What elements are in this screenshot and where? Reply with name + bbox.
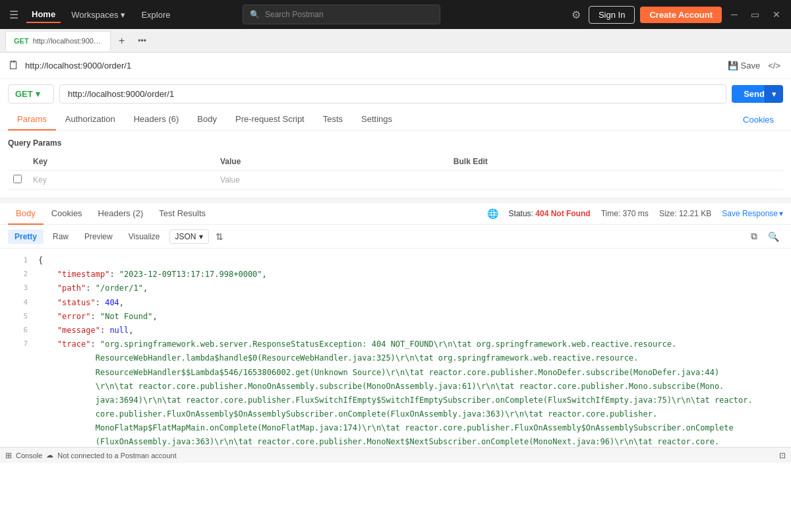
tab-pre-request[interactable]: Pre-request Script — [226, 109, 314, 131]
nav-home[interactable]: Home — [26, 7, 61, 23]
key-cell[interactable]: Key — [28, 171, 215, 190]
format-label: JSON — [175, 232, 196, 241]
not-connected-text: Not connected to a Postman account — [57, 452, 176, 459]
console-label[interactable]: Console — [16, 452, 42, 459]
json-line-7: 7 "trace" : "org.springframework.web.ser… — [0, 338, 791, 351]
status-badge: Status: 404 Not Found — [509, 209, 591, 218]
search-response-button[interactable]: 🔍 — [764, 229, 783, 244]
json-line-7-cont5: core.publisher.FluxOnAssembly$OnAssembly… — [0, 407, 791, 421]
minimize-icon[interactable]: ─ — [727, 7, 742, 22]
json-line-3: 3 "path" : "/order/1" , — [0, 281, 791, 295]
row-actions — [448, 171, 783, 190]
save-icon: 💾 — [728, 61, 738, 71]
table-row: Key Value — [8, 171, 783, 190]
request-icon: 🗒 — [8, 59, 20, 73]
row-checkbox[interactable] — [8, 171, 28, 190]
tab-cookies-link[interactable]: Cookies — [734, 109, 783, 130]
top-navigation: ☰ Home Workspaces ▾ Explore 🔍 Search Pos… — [0, 0, 791, 29]
request-url-display: http://localhost:9000/order/1 — [25, 61, 722, 71]
resp-tab-cookies[interactable]: Cookies — [44, 203, 90, 225]
params-title: Query Params — [8, 138, 783, 148]
tab-url: http://localhost:9000/order/1 — [33, 37, 102, 45]
tab-params[interactable]: Params — [8, 109, 56, 131]
close-icon[interactable]: ✕ — [769, 7, 784, 22]
nav-right-actions: ⚙ Sign In Create Account ─ ▭ ✕ — [569, 6, 784, 24]
create-account-button[interactable]: Create Account — [640, 7, 722, 23]
resp-tab-test-results[interactable]: Test Results — [151, 203, 214, 225]
bulk-edit-button[interactable]: Bulk Edit — [454, 157, 488, 166]
save-response-button[interactable]: Save Response ▾ — [722, 209, 783, 218]
chevron-down-icon: ▾ — [779, 209, 783, 218]
method-selector[interactable]: GET ▾ — [8, 84, 54, 103]
value-cell[interactable]: Value — [215, 171, 448, 190]
send-button[interactable]: Send — [732, 85, 765, 103]
json-line-7-cont1: ResourceWebHandler.lambda$handle$0(Resou… — [0, 351, 791, 365]
params-section: Query Params Key Value Bulk Edit Key Val… — [0, 131, 791, 198]
json-line-1: 1 { — [0, 254, 791, 268]
format-selector[interactable]: JSON ▾ — [169, 229, 209, 244]
url-input[interactable] — [59, 84, 726, 103]
params-value-header: Value — [215, 153, 448, 171]
expand-icon[interactable]: ⊡ — [779, 451, 786, 460]
tab-body[interactable]: Body — [188, 109, 226, 131]
tab-tests[interactable]: Tests — [314, 109, 352, 131]
json-line-4: 4 "status" : 404 , — [0, 296, 791, 310]
response-section: Body Cookies Headers (2) Test Results 🌐 … — [0, 203, 791, 447]
tab-authorization[interactable]: Authorization — [56, 109, 125, 131]
maximize-icon[interactable]: ▭ — [747, 7, 763, 22]
more-tabs-button[interactable]: ••• — [132, 34, 152, 48]
add-tab-button[interactable]: + — [113, 32, 130, 49]
globe-icon[interactable]: 🌐 — [487, 208, 498, 219]
json-line-7-cont4: java:3694)\r\n\tat reactor.core.publishe… — [0, 394, 791, 407]
request-tab[interactable]: GET http://localhost:9000/order/1 — [5, 31, 111, 51]
format-raw[interactable]: Raw — [46, 229, 75, 244]
status-bar: ⊞ Console ☁ Not connected to a Postman a… — [0, 447, 791, 463]
send-dropdown-button[interactable]: ▾ — [765, 85, 783, 103]
tab-bar: GET http://localhost:9000/order/1 + ••• — [0, 29, 791, 53]
chevron-down-icon: ▾ — [121, 10, 125, 20]
section-divider — [0, 198, 791, 203]
nav-workspaces[interactable]: Workspaces ▾ — [66, 7, 131, 22]
save-button[interactable]: 💾 Save — [728, 61, 761, 71]
filter-button[interactable]: ⇅ — [212, 229, 227, 244]
request-header: 🗒 http://localhost:9000/order/1 💾 Save <… — [0, 53, 791, 79]
json-line-2: 2 "timestamp" : "2023-12-09T13:17:17.998… — [0, 268, 791, 281]
json-line-7-cont3: \r\n\tat reactor.core.publisher.MonoOnAs… — [0, 380, 791, 394]
format-tabs: Pretty Raw Preview Visualize JSON ▾ ⇅ ⧉ … — [0, 225, 791, 249]
copy-button[interactable]: ⧉ — [747, 229, 761, 244]
code-button[interactable]: </> — [765, 58, 783, 73]
resp-tab-headers[interactable]: Headers (2) — [90, 203, 152, 225]
params-bulk-edit-header: Bulk Edit — [448, 153, 783, 171]
sign-in-button[interactable]: Sign In — [589, 6, 635, 24]
status-bar-right: ⊡ — [779, 451, 786, 460]
params-table: Key Value Bulk Edit Key Value — [8, 153, 783, 190]
tab-method: GET — [14, 37, 29, 45]
json-line-6: 6 "message" : null , — [0, 324, 791, 338]
nav-explore[interactable]: Explore — [136, 7, 175, 22]
format-visualize[interactable]: Visualize — [122, 229, 167, 244]
params-checkbox-header — [8, 153, 28, 171]
json-line-5: 5 "error" : "Not Found" , — [0, 310, 791, 324]
method-label: GET — [15, 89, 33, 99]
search-placeholder: Search Postman — [265, 10, 324, 19]
format-pretty[interactable]: Pretty — [8, 229, 44, 244]
json-line-7-cont2: ResourceWebHandler$$Lambda$546/165380600… — [0, 366, 791, 380]
json-response-body: 1 { 2 "timestamp" : "2023-12-09T13:17:17… — [0, 249, 791, 447]
chevron-down-icon: ▾ — [199, 232, 203, 241]
resp-tab-body[interactable]: Body — [8, 203, 44, 225]
gear-icon[interactable]: ⚙ — [569, 6, 583, 24]
json-line-7-cont6: MonoFlatMap$FlatMapMain.onComplete(MonoF… — [0, 421, 791, 435]
format-right-actions: ⧉ 🔍 — [747, 229, 783, 244]
cloud-icon: ☁ — [46, 451, 53, 459]
tab-settings[interactable]: Settings — [352, 109, 401, 131]
search-icon: 🔍 — [250, 10, 260, 19]
format-preview[interactable]: Preview — [78, 229, 119, 244]
console-icon[interactable]: ⊞ — [5, 451, 12, 460]
method-chevron-icon: ▾ — [36, 89, 40, 99]
tab-headers[interactable]: Headers (6) — [125, 109, 189, 131]
search-bar[interactable]: 🔍 Search Postman — [243, 5, 440, 24]
hamburger-icon[interactable]: ☰ — [7, 6, 21, 24]
response-status-area: 🌐 Status: 404 Not Found Time: 370 ms Siz… — [487, 204, 783, 223]
params-key-header: Key — [28, 153, 215, 171]
send-group: Send ▾ — [732, 85, 783, 103]
